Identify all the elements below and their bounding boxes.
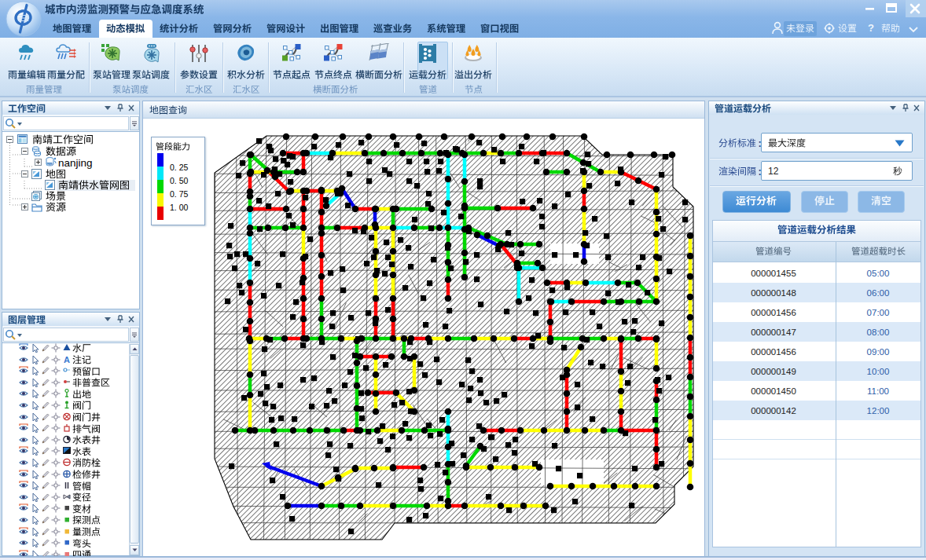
svg-text:SQL: SQL [46, 163, 52, 167]
svg-text:A: A [64, 355, 70, 364]
